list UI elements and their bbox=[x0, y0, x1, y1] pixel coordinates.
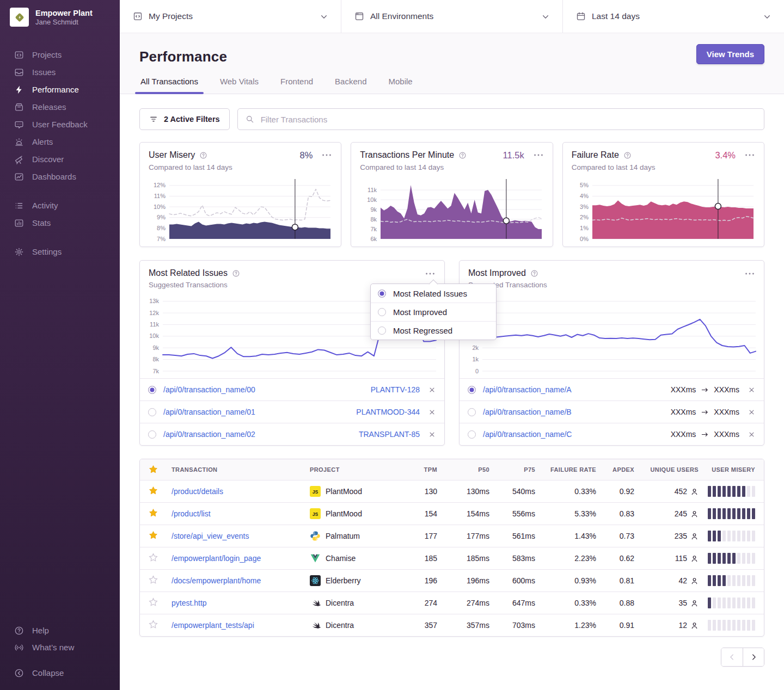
dismiss-button[interactable] bbox=[428, 408, 436, 416]
star-outline-icon[interactable] bbox=[149, 620, 158, 629]
star-filled-icon[interactable] bbox=[149, 486, 158, 495]
help-icon[interactable] bbox=[623, 151, 632, 159]
sidebar-item-settings[interactable]: Settings bbox=[0, 243, 120, 260]
star-filled-icon[interactable] bbox=[149, 508, 158, 518]
transaction-link[interactable]: /api/0/transaction_name/C bbox=[483, 430, 572, 439]
card-menu-button[interactable] bbox=[321, 150, 332, 161]
p75-value: 540ms bbox=[489, 487, 535, 496]
transaction-link[interactable]: /api/0/transaction_name/01 bbox=[163, 408, 255, 416]
sidebar-item-projects[interactable]: Projects bbox=[0, 46, 120, 63]
metric-card: Transactions Per Minute 11.5k Compared t… bbox=[351, 142, 553, 247]
sidebar-item-dashboards[interactable]: Dashboards bbox=[0, 168, 120, 185]
star-outline-icon[interactable] bbox=[149, 597, 158, 607]
sidebar-item-help[interactable]: Help bbox=[0, 622, 120, 639]
radio-button[interactable] bbox=[468, 408, 476, 416]
radio-button[interactable] bbox=[148, 430, 156, 439]
tab-backend[interactable]: Backend bbox=[334, 77, 367, 94]
help-icon[interactable] bbox=[232, 269, 240, 278]
tpm-chart[interactable]: 11k10k9k8k7k6k bbox=[360, 176, 543, 242]
tab-bar: All TransactionsWeb VitalsFrontendBacken… bbox=[139, 77, 764, 94]
svg-text:5%: 5% bbox=[580, 182, 589, 188]
active-filters-button[interactable]: 2 Active Filters bbox=[139, 108, 230, 130]
radio-button[interactable] bbox=[468, 386, 476, 394]
most_improved-chart[interactable]: 2k1k0 bbox=[462, 291, 757, 374]
issue-tag-link[interactable]: PLANTTV-128 bbox=[371, 385, 420, 394]
radio-button[interactable] bbox=[148, 408, 156, 416]
column-header: Unique Users bbox=[634, 466, 699, 473]
sidebar-item-performance[interactable]: Performance bbox=[0, 81, 120, 98]
question-icon bbox=[530, 269, 538, 278]
star-outline-icon[interactable] bbox=[149, 575, 158, 584]
transaction-link[interactable]: /api/0/transaction_name/B bbox=[483, 408, 572, 416]
search-input[interactable] bbox=[260, 114, 756, 125]
sidebar-item-stats[interactable]: Stats bbox=[0, 214, 120, 231]
sidebar-item-releases[interactable]: Releases bbox=[0, 98, 120, 115]
issue-tag-link[interactable]: TRANSPLANT-85 bbox=[359, 430, 420, 439]
dropdown-option-most-regressed[interactable]: Most Regressed bbox=[371, 321, 496, 340]
transaction-link[interactable]: /api/0/transaction_name/A bbox=[483, 385, 572, 394]
view-trends-button[interactable]: View Trends bbox=[696, 44, 764, 64]
transaction-link[interactable]: /store/api_view_events bbox=[171, 532, 310, 540]
pagination bbox=[139, 648, 764, 667]
card-menu-button[interactable] bbox=[744, 150, 755, 161]
sidebar-item-issues[interactable]: Issues bbox=[0, 64, 120, 81]
help-icon[interactable] bbox=[458, 151, 467, 159]
stats-icon bbox=[14, 218, 24, 228]
projects-filter-selector[interactable]: My Projects bbox=[120, 0, 341, 33]
transaction-link[interactable]: /api/0/transaction_name/02 bbox=[163, 430, 255, 439]
dismiss-button[interactable] bbox=[748, 386, 756, 394]
user_misery-chart[interactable]: 12%11%10%9%8%7% bbox=[149, 176, 332, 242]
radio-button[interactable] bbox=[468, 430, 476, 439]
sidebar-item-collapse[interactable]: Collapse bbox=[0, 664, 120, 681]
sidebar-item-label: Help bbox=[32, 626, 49, 635]
sidebar-item-whats-new[interactable]: What’s new bbox=[0, 639, 120, 656]
next-page-button[interactable] bbox=[743, 648, 764, 666]
discover-icon bbox=[14, 155, 24, 164]
failure-rate-value: 0.33% bbox=[535, 487, 596, 496]
tab-mobile[interactable]: Mobile bbox=[387, 77, 413, 94]
dismiss-button[interactable] bbox=[748, 408, 756, 416]
activity-icon bbox=[14, 201, 24, 211]
sidebar-item-label: Settings bbox=[32, 247, 62, 256]
date-filter-selector[interactable]: Last 14 days bbox=[563, 0, 784, 33]
star-outline-icon[interactable] bbox=[149, 553, 158, 562]
org-switcher[interactable]: Empower Plant Jane Schmidt bbox=[0, 7, 120, 28]
star-filled-icon[interactable] bbox=[149, 465, 158, 474]
dismiss-button[interactable] bbox=[428, 386, 436, 394]
issue-tag-link[interactable]: PLANTMOOD-344 bbox=[356, 408, 420, 416]
card-menu-button[interactable] bbox=[533, 150, 544, 161]
sidebar-item-alerts[interactable]: Alerts bbox=[0, 133, 120, 150]
failure_rate-chart[interactable]: 5%4%3%2%1%0% bbox=[572, 176, 755, 242]
dismiss-button[interactable] bbox=[748, 430, 756, 439]
dropdown-option-most-related-issues[interactable]: Most Related Issues bbox=[371, 284, 496, 303]
dropdown-option-most-improved[interactable]: Most Improved bbox=[371, 303, 496, 321]
p50-value: 274ms bbox=[437, 599, 489, 607]
duration-after: XXXms bbox=[714, 408, 739, 416]
user-misery-bars bbox=[699, 597, 755, 608]
transaction-link[interactable]: /docs/empowerplant/home bbox=[171, 576, 310, 585]
radio-button[interactable] bbox=[148, 386, 156, 394]
apdex-value: 0.92 bbox=[596, 487, 634, 496]
tab-all-transactions[interactable]: All Transactions bbox=[139, 77, 199, 94]
transaction-link[interactable]: /product/list bbox=[171, 509, 310, 518]
transaction-link[interactable]: pytest.http bbox=[171, 599, 310, 607]
transaction-link[interactable]: /api/0/transaction_name/00 bbox=[163, 385, 255, 394]
transaction-link[interactable]: /empowerplant/login_page bbox=[171, 554, 310, 563]
dismiss-button[interactable] bbox=[428, 430, 436, 439]
transaction-link[interactable]: /empowerplant_tests/api bbox=[171, 621, 310, 630]
react-icon bbox=[310, 575, 321, 586]
sidebar-item-discover[interactable]: Discover bbox=[0, 151, 120, 168]
environments-filter-selector[interactable]: All Environments bbox=[341, 0, 563, 33]
tab-frontend[interactable]: Frontend bbox=[279, 77, 314, 94]
star-filled-icon[interactable] bbox=[149, 531, 158, 540]
table-row: /store/api_view_events Palmatum 177 177m… bbox=[140, 525, 764, 547]
panel-menu-button[interactable] bbox=[744, 268, 755, 279]
help-icon[interactable] bbox=[199, 151, 207, 159]
sidebar-item-activity[interactable]: Activity bbox=[0, 197, 120, 214]
sidebar-item-user-feedback[interactable]: User Feedback bbox=[0, 116, 120, 133]
help-icon[interactable] bbox=[530, 269, 538, 278]
vue-icon bbox=[310, 553, 321, 564]
panel-menu-button[interactable] bbox=[425, 268, 436, 279]
tab-web-vitals[interactable]: Web Vitals bbox=[219, 77, 260, 94]
transaction-link[interactable]: /product/details bbox=[171, 487, 310, 496]
